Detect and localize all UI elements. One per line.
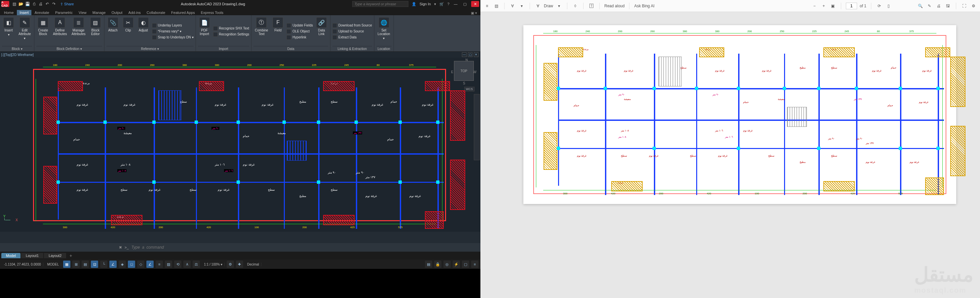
vp-close-icon[interactable]: ✕ <box>474 52 479 57</box>
clip-button[interactable]: ✂Clip <box>122 16 135 46</box>
ribbon-collapse-icon[interactable]: ▣ ▾ <box>469 11 479 15</box>
highlight-drop-icon[interactable]: ▾ <box>519 3 525 9</box>
tab-view[interactable]: View <box>76 10 89 15</box>
new-icon[interactable]: ▤ <box>12 2 16 6</box>
zoom-out-icon[interactable]: − <box>811 3 818 9</box>
update-fields-button[interactable]: Update Fields <box>286 23 313 28</box>
panel-name-blockdef[interactable]: Block Definition ▾ <box>37 46 102 51</box>
page-number-input[interactable] <box>846 3 857 9</box>
tab-collaborate[interactable]: Collaborate <box>144 10 168 15</box>
adjust-button[interactable]: ◐Adjust <box>137 16 150 46</box>
upload-source-button[interactable]: Upload to Source <box>332 29 372 34</box>
selection-cycling-toggle[interactable]: ⟲ <box>174 261 181 268</box>
attach-button[interactable]: 📎Attach <box>107 16 119 46</box>
vp-minimize-icon[interactable]: — <box>462 52 466 57</box>
annotation-toggle[interactable]: Ａ <box>183 261 191 268</box>
bookmark-icon[interactable]: ✎ <box>926 3 933 9</box>
text-note-icon[interactable]: 🅃 <box>588 3 595 9</box>
frames-vary-button[interactable]: *Frames vary* ▾ <box>152 29 194 34</box>
layout1-tab[interactable]: Layout1 <box>21 253 43 258</box>
recognize-shx-button[interactable]: Recognize SHX Text <box>213 26 250 31</box>
annotation-monitor[interactable]: ✚ <box>236 261 243 268</box>
dynamic-input-toggle[interactable]: ⊡ <box>91 261 98 268</box>
ortho-toggle[interactable]: └ <box>100 261 107 268</box>
customize-status-button[interactable]: ≡ <box>471 261 479 268</box>
vp-restore-icon[interactable]: ▢ <box>468 52 473 57</box>
extract-data-button[interactable]: Extract Data <box>332 35 372 40</box>
add-layout-button[interactable]: + <box>67 253 75 258</box>
share-button[interactable]: ⇪ Share <box>60 2 74 6</box>
tab-output[interactable]: Output <box>109 10 125 15</box>
plot-icon[interactable]: 🖨 <box>38 2 43 6</box>
drawing-canvas[interactable]: 1802402002603803802002502252458037530042… <box>23 59 456 231</box>
saveas-icon[interactable]: ⎙ <box>32 2 37 6</box>
snap-underlays-button[interactable]: Snap to Underlays ON ▾ <box>152 35 194 40</box>
close-icon[interactable]: ✕ <box>471 1 479 7</box>
hw-accel-toggle[interactable]: ⚡ <box>453 261 460 268</box>
pdf-import-button[interactable]: 📄PDF Import <box>198 16 211 46</box>
fit-page-icon[interactable]: ▣ <box>830 3 836 9</box>
user-icon[interactable]: 👤 <box>412 2 416 6</box>
read-aloud-button[interactable]: Read aloud <box>605 4 624 8</box>
block-editor-button[interactable]: ▧Block Editor <box>89 16 102 46</box>
osnap-toggle[interactable]: □ <box>128 261 135 268</box>
otrack-toggle[interactable]: ∠ <box>146 261 154 268</box>
tab-annotate[interactable]: Annotate <box>32 10 52 15</box>
tab-manage[interactable]: Manage <box>90 10 108 15</box>
draw-button[interactable]: Draw <box>544 4 553 8</box>
edit-attribute-button[interactable]: ✎Edit Attribute▾ <box>17 16 32 46</box>
layout2-tab[interactable]: Layout2 <box>44 253 66 258</box>
highlight-icon[interactable]: ∀ <box>509 3 516 9</box>
field-button[interactable]: FField <box>271 16 285 46</box>
clean-screen-toggle[interactable]: ▢ <box>462 261 469 268</box>
grid-toggle[interactable]: ▦ <box>63 261 70 268</box>
command-input[interactable] <box>132 245 429 250</box>
maximize-icon[interactable]: ▢ <box>462 2 468 6</box>
customize-icon[interactable]: ✖ <box>119 245 122 250</box>
tab-parametric[interactable]: Parametric <box>52 10 75 15</box>
zoom-in-icon[interactable]: + <box>821 3 827 9</box>
wcs-indicator[interactable]: WCS <box>464 87 474 91</box>
print-icon[interactable]: 🖨 <box>935 3 942 9</box>
cart-icon[interactable]: 🛒 <box>439 2 444 6</box>
recognition-settings-button[interactable]: Recognition Settings <box>213 32 250 37</box>
lock-ui-toggle[interactable]: 🔒 <box>434 261 441 268</box>
scale-readout[interactable]: 1:1 / 100% ▾ <box>202 263 225 266</box>
panel-name-reference[interactable]: Reference ▾ <box>107 46 194 51</box>
ole-object-button[interactable]: OLE Object <box>286 29 313 34</box>
space-indicator[interactable]: MODEL <box>45 263 62 266</box>
tab-home[interactable]: Home <box>1 10 16 15</box>
workspace-toggle[interactable]: ⚙ <box>227 261 234 268</box>
tab-express[interactable]: Express Tools <box>198 10 226 15</box>
snap-toggle[interactable]: ⊞ <box>72 261 80 268</box>
page-view-icon[interactable]: ▯ <box>885 3 892 9</box>
save-pdf-icon[interactable]: 🖫 <box>945 3 951 9</box>
ask-bing-button[interactable]: Ask Bing AI <box>634 4 654 8</box>
manage-attributes-button[interactable]: ≣Manage Attributes <box>70 16 87 46</box>
rotate-icon[interactable]: ⟳ <box>876 3 883 9</box>
erase-icon[interactable]: ◊ <box>572 3 579 9</box>
data-link-button[interactable]: 🔗Data Link <box>315 16 328 46</box>
draw-pen-icon[interactable]: ∀ <box>535 3 541 9</box>
hyperlink-button[interactable]: Hyperlink <box>286 35 313 40</box>
transparency-toggle[interactable]: ▨ <box>165 261 172 268</box>
isolate-toggle[interactable]: ◎ <box>444 261 451 268</box>
tab-insert[interactable]: Insert <box>17 10 32 15</box>
redo-icon[interactable]: ↷ <box>51 2 56 6</box>
infer-toggle[interactable]: ▤ <box>82 261 89 268</box>
help-icon[interactable]: ? <box>447 2 449 6</box>
draw-drop-icon[interactable]: ▾ <box>556 3 562 9</box>
drawing-viewport[interactable]: N TOP W E S WCS 180240200260380380200250… <box>0 58 480 232</box>
navigation-bar[interactable] <box>474 94 480 160</box>
model-tab[interactable]: Model <box>1 253 21 258</box>
toc-icon[interactable]: ≡ <box>484 3 490 9</box>
open-icon[interactable]: 📂 <box>19 2 23 6</box>
help-search-input[interactable] <box>352 1 408 7</box>
download-source-button[interactable]: Download from Source <box>332 23 372 28</box>
undo-icon[interactable]: ↶ <box>45 2 49 6</box>
3dosnap-toggle[interactable]: ◇ <box>137 261 145 268</box>
viewcube[interactable]: TOP <box>454 61 474 81</box>
tab-featured[interactable]: Featured Apps <box>169 10 197 15</box>
insert-block-button[interactable]: ◧Insert▾ <box>2 16 15 46</box>
settings-icon[interactable]: ⚙ <box>970 3 977 9</box>
